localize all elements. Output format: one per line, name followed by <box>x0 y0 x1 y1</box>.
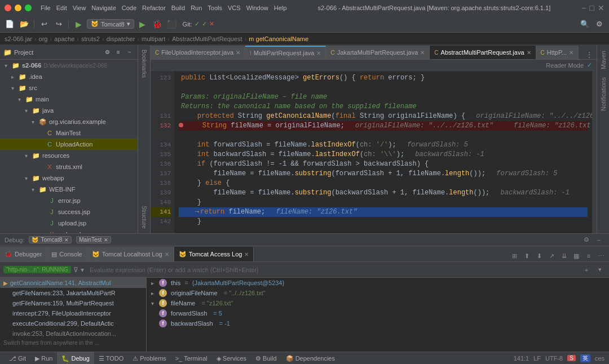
step-over-icon[interactable]: ⬇ <box>533 250 545 261</box>
debug-settings-icon[interactable]: ⚙ <box>581 234 592 246</box>
menu-refactor[interactable]: Refactor <box>142 5 166 11</box>
var-item-forwardslash[interactable]: f forwardSlash = 5 <box>147 308 609 318</box>
status-tab-problems[interactable]: ⚠ Problems <box>128 352 171 364</box>
tab-httpp[interactable]: C HttpP... ✕ <box>536 46 579 59</box>
minimize-button[interactable] <box>15 5 21 11</box>
tab-menu-button[interactable]: ⋮ <box>582 50 597 59</box>
close-x-icon[interactable]: ✕ <box>598 3 604 12</box>
breadcrumb-item-multipart[interactable]: multipart <box>142 35 165 42</box>
maven-tab[interactable]: Maven <box>599 47 608 73</box>
filter-dropdown-icon[interactable]: ▾ <box>81 266 84 274</box>
var-item-this[interactable]: ▸ f this = {JakartaMultiPartRequest@5234… <box>147 278 609 288</box>
frame-item-6[interactable]: invoke:253, DefaultActionInvocation... <box>0 329 146 339</box>
window-controls[interactable] <box>5 5 32 11</box>
tree-item-webinf[interactable]: ▾ 📁 WEB-INF <box>0 184 138 195</box>
status-tab-todo[interactable]: ☰ TODO <box>94 352 128 364</box>
project-close-button[interactable]: − <box>125 48 134 57</box>
restore-icon[interactable]: □ <box>590 3 594 12</box>
debug-run-button[interactable]: 🐞 <box>151 18 164 30</box>
reader-mode-icon[interactable]: ✓ <box>587 61 592 69</box>
tree-item-root[interactable]: ▾ 📁 s2-066 D:\dev\workspace\s2-066 <box>0 60 138 71</box>
code-editor[interactable]: 123 131 132 134 135 136 137 138 139 140 … <box>151 71 597 233</box>
tree-item-error-jsp[interactable]: J error.jsp <box>0 195 138 206</box>
breadcrumb-item-jar[interactable]: s2-066.jar <box>5 35 32 42</box>
menu-navigate[interactable]: Navigate <box>91 5 116 11</box>
status-tab-git[interactable]: ⎇ Git <box>5 352 30 364</box>
menu-file[interactable]: File <box>41 5 51 11</box>
menu-run[interactable]: Run <box>191 5 202 11</box>
run-config-selector[interactable]: 🐱 Tomcat8 ▾ <box>87 19 134 29</box>
debug-tomcat-selector[interactable]: 🐱 Tomcat8 ✕ <box>29 236 72 243</box>
menu-window[interactable]: Window <box>246 5 268 11</box>
project-collapse-button[interactable]: ≡ <box>114 48 123 57</box>
tab-close-abstract-icon[interactable]: ✕ <box>527 50 531 56</box>
tab-tomcat-localhost[interactable]: 🐱 Tomcat Localhost Log ✕ <box>87 247 174 261</box>
menu-view[interactable]: View <box>73 5 86 11</box>
debug-maintest-selector[interactable]: MainTest ✕ <box>76 236 111 243</box>
status-tab-terminal[interactable]: >_ Terminal <box>171 352 212 364</box>
status-tab-debug[interactable]: 🐛 Debug <box>57 352 94 364</box>
tree-item-webxml[interactable]: X web.xml <box>0 229 138 233</box>
breadcrumb-item-apache[interactable]: apache <box>54 35 74 42</box>
tree-item-main[interactable]: ▾ 📁 main <box>0 94 138 105</box>
tree-item-success-jsp[interactable]: J success.jsp <box>0 206 138 217</box>
new-file-button[interactable]: 📄 <box>3 18 16 30</box>
var-item-backwardslash[interactable]: f backwardSlash = -1 <box>147 318 609 329</box>
restore-frame-icon[interactable]: ⬆ <box>521 250 532 261</box>
menu-bar[interactable]: File Edit View Navigate Code Refactor Bu… <box>41 5 286 11</box>
layout-icon[interactable]: ⊞ <box>509 250 520 261</box>
frames-icon[interactable]: ▦ <box>571 250 582 261</box>
frame-item-1[interactable]: ▶ getCanonicalName:141, AbstractMul <box>0 278 146 288</box>
breadcrumb-item-org[interactable]: org <box>39 35 48 42</box>
tree-item-uploadaction[interactable]: C UploadAction <box>0 139 138 150</box>
redo-button[interactable]: ↪ <box>52 18 65 30</box>
breadcrumb-item-method[interactable]: m getCanonicalName <box>249 35 308 42</box>
status-tab-services[interactable]: ◈ Services <box>212 352 251 364</box>
bookmarks-tab[interactable]: Bookmarks <box>140 47 148 80</box>
code-content[interactable]: public List<LocalizedMessage> getErrors(… <box>174 71 592 233</box>
tab-fileuploadinterceptor[interactable]: C FileUploadInterceptor.java ✕ <box>151 46 245 59</box>
tree-item-org[interactable]: ▾ 📦 org.vicarius.example <box>0 116 138 127</box>
tab-close-multi-icon[interactable]: ✕ <box>316 50 321 56</box>
menu-tools[interactable]: Tools <box>208 5 222 11</box>
debug-minimize-icon[interactable]: − <box>593 234 604 246</box>
tab-abstract[interactable]: C AbstractMultiPartRequest.java ✕ <box>430 46 536 59</box>
menu-vcs[interactable]: VCS <box>228 5 241 11</box>
close-button[interactable] <box>5 5 11 11</box>
tab-close-httpp-icon[interactable]: ✕ <box>569 50 573 56</box>
project-settings-button[interactable]: ⚙ <box>103 48 112 57</box>
frame-item-5[interactable]: executeConditional:299, DefaultActic <box>0 318 146 329</box>
menu-edit[interactable]: Edit <box>56 5 67 11</box>
resume-icon[interactable]: ⇊ <box>558 250 570 261</box>
notifications-tab[interactable]: Notifications <box>599 74 608 114</box>
var-item-filename[interactable]: ▾ f fileName = "z126.txt" <box>147 298 609 308</box>
scrollbar[interactable] <box>592 71 597 233</box>
frame-item-2[interactable]: getFileNames:233, JakartaMultiPartR <box>0 288 146 298</box>
var-item-originalfilename[interactable]: ▸ f originalFileName = "../../z126.txt" <box>147 288 609 298</box>
status-tab-dependencies[interactable]: 📦 Dependencies <box>281 352 339 364</box>
search-button[interactable]: 🔍 <box>579 18 591 30</box>
undo-button[interactable]: ↩ <box>38 18 50 30</box>
add-watch-icon[interactable]: + <box>581 264 592 276</box>
step-into-icon[interactable]: ↗ <box>546 250 557 261</box>
tab-console[interactable]: ▤ Console <box>47 247 87 261</box>
access-close-icon[interactable]: ✕ <box>244 251 249 258</box>
menu-code[interactable]: Code <box>122 5 136 11</box>
run-button[interactable]: ▶ <box>72 18 85 30</box>
menu-build[interactable]: Build <box>171 5 185 11</box>
tab-multipartrequest[interactable]: I MultiPartRequest.java ✕ <box>245 46 326 59</box>
frame-item-3[interactable]: getFileNames:159, MultiPartRequest <box>0 298 146 308</box>
status-tab-run[interactable]: ▶ Run <box>30 352 57 364</box>
filter-icon[interactable]: ⊽ <box>73 266 78 274</box>
structure-tab[interactable]: Structure <box>140 203 148 231</box>
stop-button[interactable]: ⬛ <box>166 18 178 30</box>
tree-item-resources[interactable]: ▾ 📁 resources <box>0 150 138 161</box>
tree-item-idea[interactable]: ▸ 📁 .idea <box>0 71 138 82</box>
open-button[interactable]: 📂 <box>18 18 30 30</box>
variables-icon[interactable]: ≡ <box>583 250 594 261</box>
tree-item-src[interactable]: ▾ 📁 src <box>0 82 138 94</box>
breadcrumb-item-abstract[interactable]: AbstractMultiPartRequest <box>172 35 242 42</box>
minimize-icon[interactable]: − <box>581 3 586 12</box>
status-tab-build[interactable]: ⚙ Build <box>251 352 281 364</box>
run-play-button[interactable]: ▶ <box>136 18 149 30</box>
